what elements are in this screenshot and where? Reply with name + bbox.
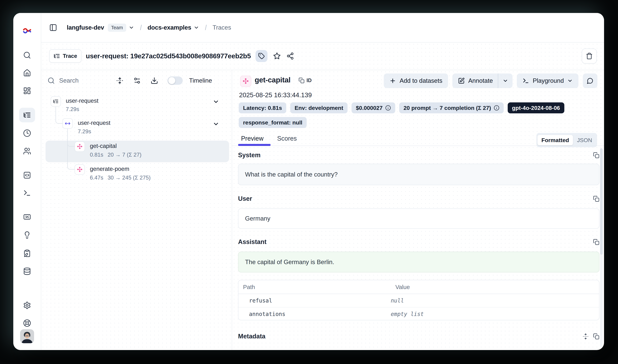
delete-trace-button[interactable]: [582, 49, 597, 64]
trace-tree-icon: [53, 53, 60, 59]
timeline-label: Timeline: [189, 77, 212, 84]
tokens-badge[interactable]: 20 prompt → 7 completion (Σ 27): [399, 102, 504, 113]
comments-button[interactable]: [583, 74, 597, 88]
users-icon[interactable]: [23, 147, 31, 155]
assistant-section-header: Assistant: [238, 238, 599, 246]
node-duration: 0.81s: [90, 152, 103, 158]
share-icon[interactable]: [286, 52, 294, 60]
fold-vertical-icon[interactable]: [116, 77, 124, 84]
copy-icon[interactable]: [593, 239, 599, 245]
tree-connector: [67, 129, 75, 169]
chevron-down-icon[interactable]: [213, 121, 219, 127]
node-duration: 7.29s: [78, 128, 91, 134]
row-value: empty list: [391, 311, 599, 317]
response-format-badge: response_format: null: [239, 117, 307, 128]
chevron-down-icon[interactable]: [129, 25, 134, 30]
output-properties-table: Path Value refusal null annotations empt…: [238, 280, 599, 320]
plus-icon: [389, 78, 396, 84]
home-icon[interactable]: [23, 69, 31, 77]
trace-type-label: Trace: [63, 53, 77, 59]
copy-icon[interactable]: [593, 152, 599, 158]
chat-bubble-icon: [587, 78, 593, 84]
edit-pen-icon: [458, 78, 465, 84]
add-to-datasets-button[interactable]: Add to datasets: [384, 74, 448, 88]
trace-type-badge: Trace: [49, 49, 81, 63]
trace-title-bar: Trace user-request: 19e27ac025d543b008e9…: [41, 42, 604, 70]
system-section-header: System: [238, 152, 599, 159]
assistant-message-box: The capital of Germany is Berlin.: [238, 252, 599, 273]
breadcrumb-page[interactable]: Traces: [212, 24, 231, 31]
lightbulb-icon[interactable]: [23, 231, 31, 239]
download-icon[interactable]: [151, 77, 158, 84]
datasets-database-icon[interactable]: [23, 267, 31, 275]
info-icon: [385, 105, 391, 111]
screen: { "colors": { "accent_indigo": "#4f46e5"…: [0, 0, 618, 364]
tag-icon: [258, 53, 265, 59]
search-input[interactable]: [59, 77, 109, 84]
cost-badge[interactable]: $0.000027: [351, 102, 395, 113]
row-value: null: [391, 297, 599, 304]
dashboard-icon[interactable]: [23, 87, 31, 95]
assistant-label: Assistant: [238, 238, 267, 246]
project-team-badge: Team: [108, 24, 126, 32]
user-section-header: User: [238, 195, 599, 202]
id-label: ID: [307, 78, 312, 83]
playground-button[interactable]: Playground: [517, 74, 579, 88]
scores-icon[interactable]: [23, 213, 31, 221]
node-duration: 7.29s: [66, 106, 79, 112]
format-formatted-option[interactable]: Formatted: [537, 135, 573, 145]
terminal-icon[interactable]: [23, 189, 31, 197]
copy-icon[interactable]: [593, 196, 599, 202]
chevron-down-icon: [567, 78, 573, 84]
chevron-down-icon[interactable]: [193, 25, 199, 30]
info-icon: [494, 105, 499, 111]
table-header-row: Path Value: [238, 280, 599, 294]
prompt-code-icon[interactable]: [23, 171, 31, 179]
format-json-option[interactable]: JSON: [573, 135, 596, 145]
unfold-vertical-icon[interactable]: [582, 333, 589, 339]
tab-scores[interactable]: Scores: [277, 135, 297, 142]
format-toggle: Formatted JSON: [536, 133, 597, 147]
search-nav-icon[interactable]: [23, 51, 31, 59]
observation-badges: Latency: 0.81s Env: development $0.00002…: [239, 102, 601, 128]
system-label: System: [238, 152, 260, 159]
annotation-clipboard-icon[interactable]: [23, 249, 31, 257]
tree-connector: [55, 107, 63, 124]
observation-timestamp: 2025-08-25 16:33:44.139: [239, 91, 312, 99]
breadcrumb-separator: /: [140, 24, 142, 32]
app-window: langfuse-dev Team / docs-examples / Trac…: [13, 13, 604, 350]
support-lifebuoy-icon[interactable]: [23, 319, 31, 327]
arrow-left-right-icon: [63, 118, 73, 129]
openai-icon: ✣: [240, 76, 251, 87]
node-duration: 6.47s: [90, 175, 103, 181]
user-message-box: Germany: [238, 208, 599, 229]
copy-id-button[interactable]: ID: [298, 78, 312, 83]
settings-gear-icon[interactable]: [23, 301, 31, 309]
copy-icon: [298, 78, 305, 83]
clock-icon[interactable]: [23, 129, 31, 137]
trace-tree-icon: [51, 96, 61, 106]
chevron-down-icon[interactable]: [213, 98, 219, 105]
annotate-dropdown-button[interactable]: [498, 74, 513, 88]
annotate-button[interactable]: Annotate: [452, 74, 513, 88]
model-badge[interactable]: gpt-4o-2024-08-06: [508, 102, 564, 113]
metadata-label: Metadata: [238, 333, 266, 340]
tab-preview[interactable]: Preview: [241, 135, 263, 142]
system-message-box: What is the capital of the country?: [238, 164, 599, 185]
tag-button[interactable]: [256, 50, 268, 62]
filter-settings-icon[interactable]: [133, 77, 141, 84]
sidebar-toggle-icon[interactable]: [49, 24, 57, 32]
breadcrumb-project[interactable]: langfuse-dev: [67, 24, 104, 31]
timeline-toggle[interactable]: [167, 77, 183, 85]
top-header: langfuse-dev Team / docs-examples / Trac…: [41, 13, 604, 42]
user-avatar[interactable]: [20, 329, 34, 343]
langfuse-logo[interactable]: [22, 26, 32, 35]
detail-scrollbar-thumb[interactable]: [600, 148, 603, 255]
row-path: annotations: [238, 311, 391, 317]
breadcrumb-section[interactable]: docs-examples: [148, 24, 191, 31]
copy-icon[interactable]: [593, 333, 599, 339]
star-bookmark-icon[interactable]: [273, 52, 281, 60]
trash-icon: [586, 52, 593, 60]
traces-icon[interactable]: [23, 111, 31, 119]
env-badge: Env: development: [290, 102, 348, 113]
